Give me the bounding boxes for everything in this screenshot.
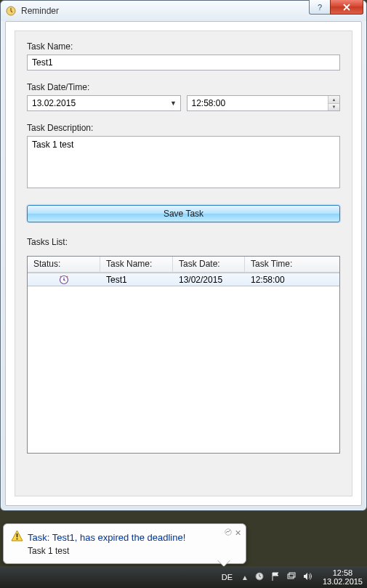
- col-header-date[interactable]: Task Date:: [173, 257, 245, 272]
- svg-rect-5: [17, 539, 18, 540]
- col-header-name[interactable]: Task Name:: [100, 257, 173, 272]
- tray-icons: [254, 571, 312, 583]
- tasks-list[interactable]: Status: Task Name: Task Date: Task Time:…: [27, 256, 340, 454]
- clock-icon: [59, 275, 69, 285]
- clock-time: 12:58: [323, 568, 363, 577]
- balloon-title: Task: Test1, has expired the deadline!: [28, 532, 185, 543]
- reminder-window: Reminder ? Task Name: Task Date/Time: ▼: [0, 0, 367, 511]
- balloon-close-icon[interactable]: ✕: [235, 528, 241, 538]
- tray-app-icon[interactable]: [254, 571, 265, 583]
- balloon-body: Task 1 test: [28, 546, 238, 556]
- tasks-list-header[interactable]: Status: Task Name: Task Date: Task Time:: [28, 257, 339, 273]
- svg-rect-7: [288, 574, 294, 579]
- task-date-input[interactable]: [28, 96, 167, 110]
- tray-overflow-icon[interactable]: ▲: [241, 573, 249, 581]
- task-name-input[interactable]: [27, 55, 340, 71]
- taskbar[interactable]: DE ▲ 12:58 13.02.2015: [0, 566, 367, 588]
- volume-icon[interactable]: [302, 571, 312, 583]
- form-panel: Task Name: Task Date/Time: ▼ ▲ ▼ Task: [15, 31, 352, 496]
- task-time-spinner[interactable]: ▲ ▼: [187, 95, 341, 111]
- row-date-cell: 13/02/2015: [173, 275, 245, 285]
- language-indicator[interactable]: DE: [222, 573, 233, 581]
- warning-icon: [11, 530, 23, 544]
- save-task-button[interactable]: Save Task: [27, 205, 340, 222]
- col-header-time[interactable]: Task Time:: [245, 257, 339, 272]
- network-icon[interactable]: [286, 571, 297, 583]
- clock-date: 13.02.2015: [323, 577, 363, 586]
- time-spinner-buttons[interactable]: ▲ ▼: [328, 96, 339, 110]
- row-name-cell: Test1: [100, 275, 173, 285]
- task-datetime-label: Task Date/Time:: [27, 82, 340, 92]
- app-icon: [5, 5, 17, 17]
- close-button[interactable]: [330, 0, 363, 15]
- task-date-combo[interactable]: ▼: [27, 95, 181, 111]
- client-area: Task Name: Task Date/Time: ▼ ▲ ▼ Task: [5, 21, 362, 506]
- task-name-label: Task Name:: [27, 41, 340, 52]
- flag-icon[interactable]: [270, 571, 281, 583]
- titlebar[interactable]: Reminder ?: [1, 1, 366, 21]
- row-status-cell: [28, 275, 100, 285]
- chevron-down-icon[interactable]: ▼: [167, 96, 180, 110]
- spinner-down-icon[interactable]: ▼: [328, 104, 339, 111]
- task-time-input[interactable]: [187, 96, 328, 110]
- task-desc-input[interactable]: [27, 136, 340, 188]
- taskbar-clock[interactable]: 12:58 13.02.2015: [323, 568, 363, 586]
- tasks-list-label: Tasks List:: [27, 237, 340, 247]
- notification-balloon[interactable]: ✕ Task: Test1, has expired the deadline!…: [3, 523, 246, 564]
- svg-rect-4: [17, 533, 18, 537]
- svg-rect-8: [289, 573, 295, 577]
- row-time-cell: 12:58:00: [245, 275, 339, 285]
- balloon-options-icon[interactable]: [225, 528, 232, 538]
- task-desc-label: Task Description:: [27, 123, 340, 133]
- col-header-status[interactable]: Status:: [28, 257, 100, 272]
- window-title: Reminder: [21, 6, 59, 16]
- help-button[interactable]: ?: [309, 0, 331, 15]
- spinner-up-icon[interactable]: ▲: [328, 96, 339, 104]
- table-row[interactable]: Test1 13/02/2015 12:58:00: [28, 273, 339, 286]
